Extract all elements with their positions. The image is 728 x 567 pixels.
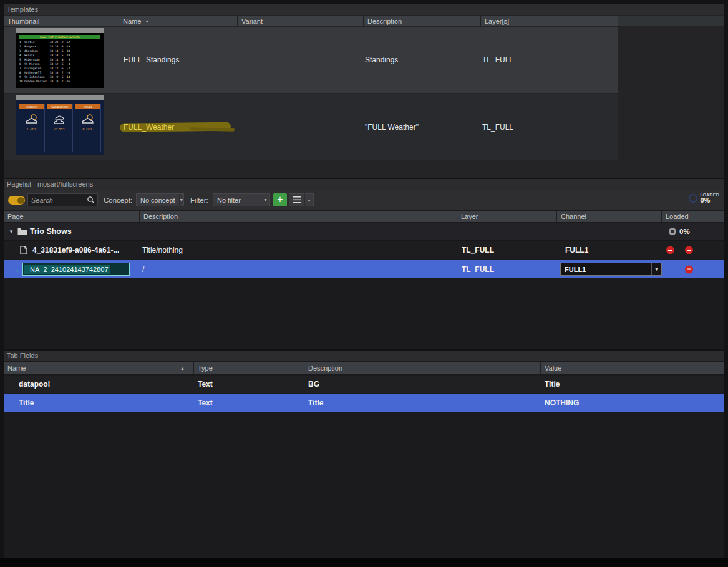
loaded-ring-icon [689, 194, 697, 203]
col-header-loaded-label: Loaded [666, 213, 689, 220]
pagelist-panel: Pagelist - mosart/fullscreens Concept: N… [4, 179, 724, 349]
sun-cloud-icon [80, 113, 96, 125]
page-channel: FULL1 [565, 246, 588, 254]
filter-label: Filter: [190, 190, 208, 210]
col-header-description[interactable]: Description [304, 362, 540, 374]
col-header-thumbnail-label: Thumbnail [7, 17, 39, 25]
page-description: / [142, 265, 144, 274]
templates-title-text: Templates [7, 6, 38, 13]
pagelist-group-row[interactable]: ▼ Trio Shows 0% [4, 223, 724, 241]
group-name: Trio Shows [30, 227, 72, 236]
concept-label: Concept: [104, 190, 132, 210]
template-name: FULL_Standings [124, 56, 179, 64]
unload-minus-icon[interactable] [666, 246, 674, 254]
page-description: Title/nothing [142, 246, 183, 254]
col-header-variant-label: Variant [241, 17, 263, 25]
col-header-layers-label: Layer[s] [485, 17, 509, 25]
standings-thumb-row: 2 Rangers 33 25 4 19 [19, 44, 100, 49]
field-value: NOTHING [545, 399, 579, 407]
loaded-indicator: LOADED 0% [689, 193, 719, 205]
weather-temp-label: 23.83°C [54, 127, 66, 131]
page-name-edit-input[interactable]: _NA_2_241024143742807 [22, 263, 130, 276]
tab-fields-table-header: Name ▲ Type Description Value [4, 362, 724, 374]
page-icon [20, 246, 27, 254]
filter-dropdown[interactable]: No filter ▾ [213, 193, 270, 206]
col-header-page[interactable]: Page [4, 211, 139, 222]
col-header-thumbnail[interactable]: Thumbnail [4, 16, 119, 26]
template-name: FULL_Weather [124, 123, 174, 132]
list-view-button[interactable] [289, 193, 304, 206]
loaded-indicator-text: LOADED 0% [700, 193, 719, 205]
tab-field-row-selected[interactable]: Title Text Title NOTHING [4, 394, 724, 412]
field-name: Title [19, 399, 34, 407]
col-header-channel[interactable]: Channel [557, 211, 661, 222]
col-header-name-label: Name [123, 17, 141, 25]
standings-thumbnail: SCOTTISH PREMIER LEAGUE 1 Celtic 33 20 2… [16, 28, 104, 88]
col-header-layers[interactable]: Layer[s] [481, 16, 618, 26]
expand-collapse-icon[interactable]: ▼ [9, 229, 14, 235]
col-header-value-label: Value [545, 364, 561, 372]
col-header-type-label: Type [198, 364, 213, 372]
pagelist-table-header: Page Description Layer Channel Loaded [4, 211, 724, 222]
channel-select[interactable]: FULL1 ▾ [560, 263, 662, 276]
sort-asc-icon: ▲ [145, 19, 149, 23]
standings-thumbnail-image: SCOTTISH PREMIER LEAGUE 1 Celtic 33 20 2… [16, 33, 104, 88]
page-layer: TL_FULL [462, 246, 494, 254]
unload-minus-icon[interactable] [685, 265, 693, 273]
standings-thumb-row: 7 Livingston 33 12 6 -2 [19, 66, 100, 70]
col-header-page-label: Page [7, 213, 24, 220]
col-header-loaded[interactable]: Loaded [662, 211, 724, 222]
standings-thumb-row: 1 Celtic 33 20 2 62 [19, 40, 100, 44]
col-header-channel-label: Channel [561, 213, 586, 220]
template-description: "FULL Weather" [365, 123, 419, 132]
loaded-percent: 0% [700, 197, 719, 205]
search-box [27, 193, 98, 206]
weather-temp-label: 6.79°C [83, 127, 94, 131]
group-loaded-icon [669, 228, 676, 235]
template-row-standings[interactable]: SCOTTISH PREMIER LEAGUE 1 Celtic 33 20 2… [4, 27, 618, 93]
col-header-description[interactable]: Description [364, 16, 480, 26]
template-row-weather[interactable]: DUNDEE 7.28°C SAN ANTONIO 23.8 [4, 94, 618, 160]
weather-cell: VIGAN 6.79°C [75, 104, 101, 152]
col-header-layer[interactable]: Layer [457, 211, 556, 222]
search-input[interactable] [28, 196, 87, 204]
tab-fields-panel-title: Tab Fields [4, 351, 724, 361]
col-header-description[interactable]: Description [140, 211, 457, 222]
col-header-type[interactable]: Type [194, 362, 304, 374]
search-icon [87, 196, 95, 204]
col-header-description-label: Description [367, 17, 402, 25]
pagelist-row[interactable]: 4_31831ef9-a086-4a61-... Title/nothing T… [4, 241, 724, 259]
weather-thumbnail-image: DUNDEE 7.28°C SAN ANTONIO 23.8 [16, 100, 104, 155]
concept-dropdown[interactable]: No concept ▾ [136, 193, 184, 206]
add-page-button[interactable]: + [273, 193, 287, 206]
templates-panel-title: Templates [4, 4, 724, 15]
chevron-down-icon: ▾ [651, 263, 661, 275]
templates-table-header: Thumbnail Name ▲ Variant Description Lay… [4, 16, 724, 26]
unload-minus-icon[interactable] [685, 246, 693, 254]
cloud-icon [52, 113, 68, 125]
list-view-options-button[interactable]: ▾ [305, 193, 314, 206]
field-type: Text [198, 399, 213, 407]
field-description: BG [308, 380, 319, 389]
weather-thumbnail: DUNDEE 7.28°C SAN ANTONIO 23.8 [16, 95, 104, 155]
col-header-name[interactable]: Name ▲ [119, 16, 237, 26]
autoload-toggle[interactable] [8, 196, 25, 205]
weather-temp-label: 7.28°C [27, 127, 37, 131]
templates-panel: Templates Thumbnail Name ▲ Variant Descr… [4, 4, 724, 178]
weather-cell: SAN ANTONIO 23.83°C [47, 104, 73, 152]
col-header-name[interactable]: Name ▲ [4, 362, 193, 374]
thumbnail-top-bar [16, 95, 104, 100]
standings-thumb-row: 8 Motherwell 33 10 7 -8 [19, 70, 100, 75]
standings-thumb-title: SCOTTISH PREMIER LEAGUE [19, 35, 100, 39]
weather-city-label: DUNDEE [19, 104, 44, 109]
col-header-description-label: Description [143, 213, 178, 220]
pagelist-title-text: Pagelist - mosart/fullscreens [7, 180, 93, 188]
tab-field-row[interactable]: datapool Text BG Title [4, 376, 724, 393]
pagelist-row-selected[interactable]: → _NA_2_241024143742807 / TL_FULL FULL1 … [4, 260, 724, 278]
col-header-value[interactable]: Value [541, 362, 724, 374]
weather-city-label: VIGAN [75, 104, 100, 109]
field-name: datapool [19, 380, 50, 389]
list-icon [293, 196, 301, 203]
col-header-variant[interactable]: Variant [238, 16, 363, 26]
cue-arrow-icon: → [11, 264, 20, 274]
